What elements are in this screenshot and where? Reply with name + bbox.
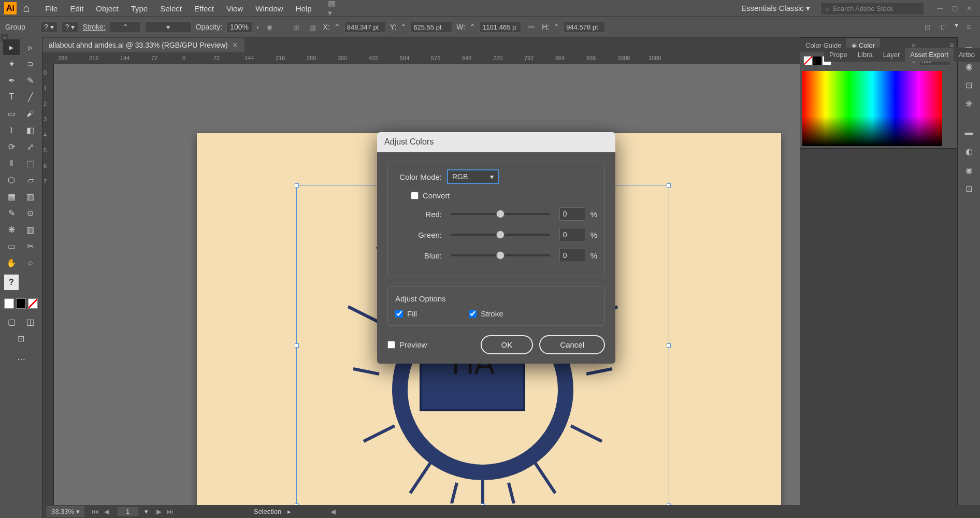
opacity-input[interactable]: 100% (226, 21, 252, 33)
help-button[interactable]: ? (4, 275, 19, 290)
menu-view[interactable]: View (220, 4, 249, 13)
rotate-tool[interactable]: ⟳ (3, 139, 20, 154)
search-input[interactable]: ⌕ Search Adobe Stock (820, 2, 924, 15)
selection-handle[interactable] (295, 343, 299, 348)
scroll-left-icon[interactable]: ◀ (328, 507, 338, 516)
ok-button[interactable]: OK (481, 335, 534, 354)
tab-libraries[interactable]: Libra (853, 48, 878, 62)
slice-tool[interactable]: ✂ (22, 238, 39, 254)
selection-handle[interactable] (295, 183, 299, 188)
first-artboard-icon[interactable]: ⏮ (91, 507, 100, 516)
blend-tool[interactable]: ⊙ (22, 205, 39, 221)
width-tool[interactable]: ⫴ (3, 155, 20, 171)
tab-properties[interactable]: Prope (824, 48, 853, 62)
slider-thumb[interactable] (496, 210, 505, 218)
type-tool[interactable]: T (3, 89, 20, 105)
red-input[interactable] (559, 207, 585, 221)
graph-tool[interactable]: ▥ (22, 222, 39, 237)
transparency-icon[interactable]: ◉ (961, 163, 977, 177)
shape-builder-tool[interactable]: ⬡ (3, 172, 20, 188)
chevron-down-icon[interactable]: ▾ (955, 21, 958, 33)
color-spectrum[interactable] (802, 71, 942, 146)
align-icon[interactable]: ⊞ (290, 21, 302, 33)
draw-mode-normal-icon[interactable]: ▢ (3, 314, 20, 329)
black-swatch[interactable] (813, 56, 822, 65)
transform-icon[interactable]: ▦ (307, 21, 319, 33)
tool-dropdown-icon[interactable]: ▸ (287, 508, 291, 515)
shaper-tool[interactable]: ⌇ (3, 122, 20, 138)
y-input[interactable]: 625.55 pt (411, 22, 452, 33)
menu-edit[interactable]: Edit (64, 4, 90, 13)
panel-menu-icon[interactable]: ≡ (962, 21, 975, 33)
align-panel-icon[interactable]: ⫍ (938, 21, 950, 33)
slider-thumb[interactable] (496, 251, 505, 260)
line-tool[interactable]: ╱ (22, 89, 39, 105)
stroke-dropdown[interactable]: ? ▾ (62, 21, 79, 33)
close-icon[interactable]: ✕ (962, 3, 976, 13)
tab-artboards[interactable]: Artbo (954, 48, 980, 62)
menu-help[interactable]: Help (290, 4, 318, 13)
menu-type[interactable]: Type (125, 4, 154, 13)
last-artboard-icon[interactable]: ⏭ (166, 507, 175, 516)
convert-checkbox[interactable]: Convert (411, 191, 450, 200)
blue-input[interactable] (559, 249, 585, 262)
brushes-icon[interactable]: ⊡ (961, 78, 977, 92)
menu-effect[interactable]: Effect (188, 4, 220, 13)
symbol-sprayer-tool[interactable]: ❋ (3, 222, 20, 237)
direct-selection-tool[interactable]: ▹ (22, 39, 39, 55)
stroke-checkbox[interactable]: Stroke (469, 309, 503, 318)
y-stepper-icon[interactable]: ⌃ (400, 23, 407, 31)
prev-artboard-icon[interactable]: ◀ (102, 507, 111, 516)
artboard-number-input[interactable]: 1 (118, 507, 138, 516)
w-input[interactable]: 1101.465 p (480, 22, 521, 33)
curvature-tool[interactable]: ✎ (22, 73, 39, 88)
hand-tool[interactable]: ✋ (3, 255, 20, 270)
convert-checkbox-input[interactable] (411, 192, 419, 199)
edit-toolbar-icon[interactable]: ⋯ (13, 351, 30, 367)
preview-checkbox[interactable]: Preview (387, 340, 427, 349)
menu-file[interactable]: File (39, 4, 64, 13)
isolate-icon[interactable]: ⊡ (921, 21, 934, 33)
stroke-checkbox-input[interactable] (469, 310, 477, 318)
x-input[interactable]: 848.347 pt (344, 22, 386, 33)
appearance-icon[interactable]: ⊡ (961, 181, 977, 196)
screen-mode-icon[interactable]: ⊡ (13, 330, 30, 346)
artboard-tool[interactable]: ▭ (3, 238, 20, 254)
w-stepper-icon[interactable]: ⌃ (469, 23, 475, 31)
fill-stroke-swatches[interactable] (2, 296, 40, 311)
maximize-icon[interactable]: ▢ (948, 3, 961, 13)
gradient-tool[interactable]: ▥ (22, 189, 39, 204)
zoom-dropdown[interactable]: 33.33% ▾ (47, 506, 84, 517)
selection-tool[interactable]: ▸ (3, 39, 20, 55)
arrange-docs-icon[interactable]: ▦ ▾ (328, 2, 340, 15)
tab-close-icon[interactable]: ✕ (232, 41, 238, 49)
color-mode-dropdown[interactable]: RGB▾ (447, 169, 499, 184)
magic-wand-tool[interactable]: ✦ (3, 56, 20, 71)
slider-thumb[interactable] (496, 231, 505, 239)
paintbrush-tool[interactable]: 🖌 (22, 106, 39, 121)
rectangle-tool[interactable]: ▭ (3, 106, 20, 121)
perspective-tool[interactable]: ▱ (22, 172, 39, 188)
link-wh-icon[interactable]: ⚯ (525, 21, 538, 33)
symbols-icon[interactable]: ❋ (961, 96, 977, 111)
cancel-button[interactable]: Cancel (539, 335, 605, 354)
blue-slider[interactable] (451, 254, 550, 256)
fill-dropdown[interactable]: ? ▾ (40, 21, 57, 33)
pen-tool[interactable]: ✒ (3, 73, 20, 88)
none-swatch[interactable] (28, 298, 38, 309)
green-input[interactable] (559, 228, 585, 241)
mesh-tool[interactable]: ▦ (3, 189, 20, 204)
free-transform-tool[interactable]: ⬚ (22, 155, 39, 171)
menu-select[interactable]: Select (154, 4, 188, 13)
h-stepper-icon[interactable]: ⌃ (553, 23, 559, 31)
eraser-tool[interactable]: ◧ (22, 122, 39, 138)
document-tab[interactable]: allabout ahnd amdes.ai @ 33.33% (RGB/GPU… (42, 38, 244, 52)
fill-checkbox-input[interactable] (395, 310, 403, 318)
fill-swatch[interactable] (4, 298, 14, 309)
red-slider[interactable] (451, 213, 550, 215)
gradient-icon[interactable]: ◐ (961, 144, 977, 159)
eyedropper-tool[interactable]: ✎ (3, 205, 20, 221)
menu-window[interactable]: Window (249, 4, 289, 13)
recolor-icon[interactable]: ◉ (263, 21, 276, 33)
draw-mode-behind-icon[interactable]: ◫ (22, 314, 39, 329)
